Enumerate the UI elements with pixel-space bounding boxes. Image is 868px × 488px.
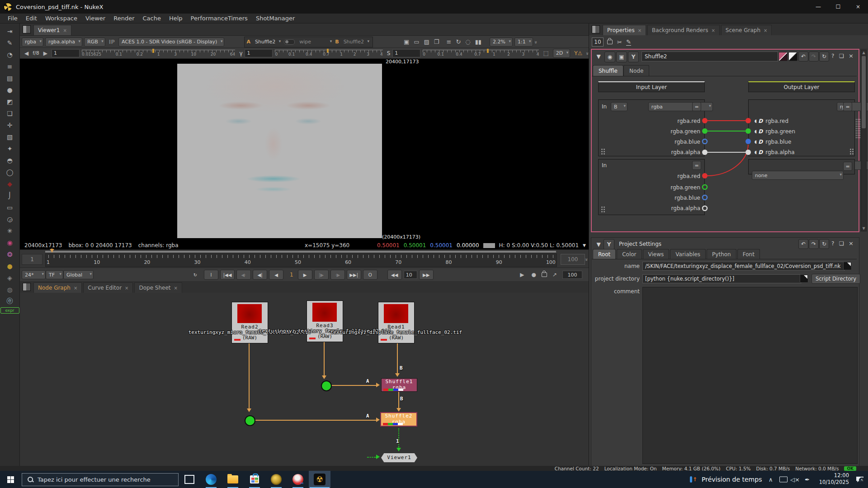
menu-item[interactable]: Edit: [22, 14, 41, 23]
node-read2[interactable]: Read2 texturingxyz_micro_female_fullface…: [231, 302, 268, 343]
project-tab[interactable]: Views: [643, 249, 670, 259]
one-channel-icon[interactable]: D: [758, 128, 763, 135]
tab-background-renders[interactable]: Background Renders ×: [647, 25, 720, 35]
alpha-select[interactable]: rgba.alpha: [45, 38, 82, 47]
playhead[interactable]: 1: [50, 252, 54, 258]
tool-icon[interactable]: ◈: [2, 272, 18, 284]
timeline-scrollbar[interactable]: [45, 251, 556, 253]
notification-icon[interactable]: 5: [856, 477, 863, 483]
tray-expand-icon[interactable]: ∧: [769, 476, 773, 483]
viewer-mode-icon[interactable]: ▮▮: [475, 38, 481, 45]
viewer-display-icon[interactable]: ▨: [424, 38, 429, 45]
tool-icon[interactable]: ◔: [2, 49, 18, 61]
next-keyframe-button[interactable]: ·▶: [330, 270, 345, 280]
output2-layer-select[interactable]: none: [752, 171, 844, 180]
one-channel-icon[interactable]: D: [758, 139, 763, 145]
scrollbar-thumb[interactable]: [862, 56, 866, 128]
float-panel-icon[interactable]: ❏: [839, 53, 844, 59]
current-frame[interactable]: 1: [290, 272, 293, 278]
curve-icon[interactable]: ↗: [551, 272, 559, 278]
tab-node-graph[interactable]: Node Graph ×: [33, 282, 82, 293]
project-tab[interactable]: Font: [737, 249, 760, 259]
layer-select[interactable]: rgba: [22, 38, 43, 47]
fstop-up-icon[interactable]: ▶: [42, 50, 49, 56]
tab-close-icon[interactable]: ×: [638, 28, 642, 33]
timeline-range-end[interactable]: 100: [561, 254, 585, 265]
revert-icon[interactable]: ↻: [819, 239, 829, 249]
redo-icon[interactable]: ↷: [809, 239, 819, 249]
prev-keyframe-button[interactable]: ◀·: [236, 270, 251, 280]
close-panel-icon[interactable]: ×: [849, 240, 854, 247]
tool-icon[interactable]: ❏: [2, 108, 18, 119]
menu-item[interactable]: ShotManager: [252, 14, 299, 23]
tab-dope-sheet[interactable]: Dope Sheet ×: [134, 282, 182, 293]
taskbar-app-edge[interactable]: [200, 471, 222, 488]
in-point-button[interactable]: I: [204, 270, 218, 280]
viewer-colorspace-select[interactable]: ACES 1.0 - SDR Video (sRGB - Display): [118, 38, 224, 47]
toolbar-overflow-chevron[interactable]: »: [533, 41, 539, 43]
menu-item[interactable]: Viewer: [81, 14, 109, 23]
input-b-layer-select[interactable]: rgba: [648, 102, 713, 111]
loop-mode-icon[interactable]: ↻: [189, 270, 202, 279]
tab-viewer1[interactable]: Viewer1 ×: [33, 25, 71, 35]
tool-icon[interactable]: expr: [0, 307, 19, 314]
tool-icon[interactable]: ●: [2, 260, 18, 272]
gain-slider[interactable]: 0.0156250.10.213102064: [82, 49, 235, 57]
taskbar-app-capture[interactable]: [287, 471, 309, 488]
wrench-icon[interactable]: Y: [628, 52, 639, 62]
menu-item[interactable]: File: [4, 14, 22, 23]
tool-icon[interactable]: ▧: [2, 131, 18, 143]
proxy-select[interactable]: 1:1: [514, 38, 533, 47]
dot-node[interactable]: [321, 380, 332, 391]
undo-icon[interactable]: ↶: [798, 52, 808, 61]
taskbar-app-gold[interactable]: [265, 471, 287, 488]
input-b-select[interactable]: B: [611, 102, 627, 111]
postage-stamp-icon[interactable]: ▣: [616, 52, 627, 62]
timeline-filter-select[interactable]: TF: [46, 270, 63, 279]
undo-icon[interactable]: ↶: [798, 239, 808, 249]
drag-handle-icon[interactable]: [849, 148, 854, 155]
tool-icon[interactable]: ◓: [2, 155, 18, 166]
taskbar-app-store[interactable]: [244, 471, 265, 488]
skip-back-button[interactable]: ◀◀: [387, 270, 402, 280]
start-button[interactable]: [0, 471, 21, 488]
project-tab[interactable]: Color: [617, 249, 642, 259]
project-tab[interactable]: Python: [707, 249, 736, 259]
redo-icon[interactable]: ↷: [809, 52, 819, 61]
viewer-mode-icon[interactable]: ↻: [456, 38, 461, 45]
skip-forward-button[interactable]: ▶▶: [419, 270, 434, 280]
task-view-button[interactable]: [179, 471, 200, 488]
panel-scrollbar[interactable]: ▲ ▼: [861, 50, 867, 231]
tool-icon[interactable]: ●: [2, 84, 18, 96]
zero-channel-icon[interactable]: ◖: [755, 139, 757, 144]
expand-channels-button[interactable]: =: [843, 162, 852, 171]
tool-icon[interactable]: ✛: [2, 119, 18, 131]
expand-channels-button[interactable]: =: [692, 102, 701, 111]
pen-icon[interactable]: ✒: [805, 476, 810, 483]
zero-channel-icon[interactable]: ◖: [755, 129, 757, 134]
tool-icon[interactable]: ◩: [2, 96, 18, 108]
clear-panels-icon[interactable]: ✂: [617, 39, 622, 46]
viewer-display-icon[interactable]: ▭: [414, 38, 419, 45]
viewer-display-icon[interactable]: ▣: [404, 38, 409, 45]
minimize-button[interactable]: —: [808, 0, 828, 14]
viewer-canvas[interactable]: 20400,17173 (20400x17173): [20, 59, 589, 241]
out-point-button[interactable]: O: [363, 270, 377, 280]
center-node-icon[interactable]: ◉: [604, 52, 615, 62]
dot-node[interactable]: [245, 415, 255, 426]
node-shuffle2-selected[interactable]: Shuffle2 rgba: [380, 412, 417, 427]
viewer-mode-icon[interactable]: ◌: [465, 38, 470, 45]
float-panel-icon[interactable]: ❏: [839, 240, 844, 247]
tool-icon[interactable]: ⓔ: [2, 296, 18, 307]
zero-channel-icon[interactable]: ◖: [755, 118, 757, 123]
tool-icon[interactable]: ✎: [2, 37, 18, 49]
script-directory-button[interactable]: Script Directory: [811, 274, 860, 284]
tool-icon[interactable]: ✦: [2, 143, 18, 155]
timeline-start-frame[interactable]: 1: [22, 254, 42, 265]
zero-channel-icon[interactable]: ◖: [755, 150, 757, 155]
a-input-select[interactable]: Shuffle2: [252, 38, 282, 46]
menu-item[interactable]: Workspace: [41, 14, 81, 23]
play-backward-button[interactable]: ◀: [269, 270, 283, 280]
tool-icon[interactable]: ❂: [2, 249, 18, 260]
frame-increment-field[interactable]: 10: [404, 271, 417, 279]
